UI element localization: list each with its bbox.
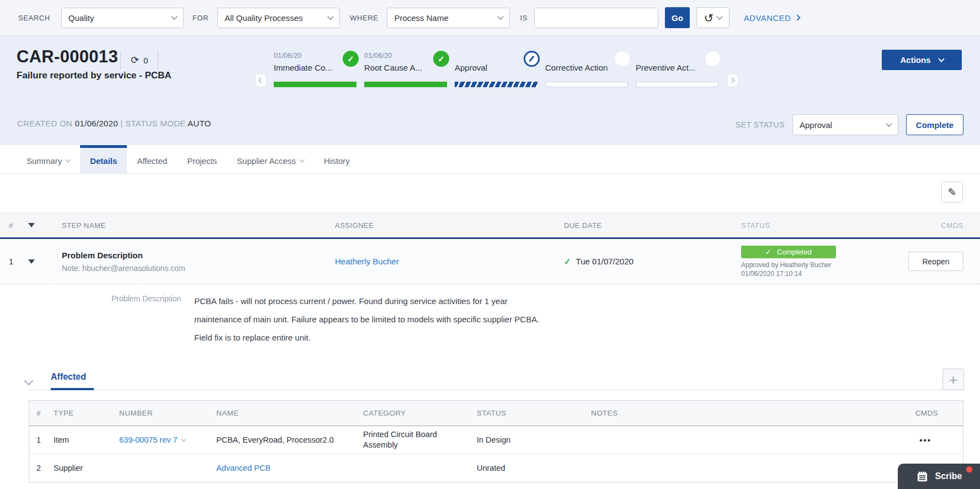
expand-caret-icon[interactable] (28, 259, 35, 264)
process-scope-value: All Quality Processes (225, 13, 303, 23)
tab-summary[interactable]: Summary (17, 145, 80, 173)
workflow-step[interactable]: Preventive Act... (636, 51, 718, 87)
complete-button[interactable]: Complete (906, 114, 963, 135)
record-header: CAR-000013 ⟳ 0 Failure reported by servi… (0, 36, 980, 145)
sort-caret-icon[interactable] (28, 223, 35, 227)
stepper-scroll-left-button[interactable] (255, 73, 267, 87)
search-type-value: Quality (68, 13, 94, 23)
chevron-down-icon[interactable] (181, 437, 185, 441)
global-search-bar: SEARCH Quality FOR All Quality Processes… (0, 0, 980, 36)
assignee-link[interactable]: Heatherly Bucher (335, 257, 564, 266)
step-pending-icon (614, 51, 630, 67)
chevron-down-icon (66, 157, 71, 162)
search-label: SEARCH (18, 14, 50, 22)
step-progress-bar (455, 82, 537, 87)
step-progress-bar (364, 82, 447, 87)
created-on-value: 01/06/2020 (75, 119, 118, 128)
go-button[interactable]: Go (665, 7, 690, 28)
row-status: In Design (477, 435, 591, 444)
step-name: Problem Description (62, 251, 335, 260)
step-info: Preventive Act... (636, 51, 718, 79)
col-status: STATUS (477, 409, 591, 417)
row-category: Printed Circuit Board Assembly (363, 429, 462, 450)
scribe-widget[interactable]: Scribe (898, 464, 980, 489)
chevron-down-icon (717, 13, 723, 19)
col-type: TYPE (54, 409, 119, 417)
scribe-label: Scribe (935, 471, 962, 481)
for-label: FOR (193, 14, 209, 22)
field-select[interactable]: Process Name (387, 8, 510, 28)
reopen-button[interactable]: Reopen (908, 252, 963, 271)
clock-hand (529, 55, 534, 62)
tab-details[interactable]: Details (80, 145, 127, 173)
row-number: 1 (36, 435, 54, 444)
item-number-link[interactable]: 639-00075 rev 7 (119, 435, 178, 444)
row-type: Item (54, 435, 119, 444)
search-type-select[interactable]: Quality (61, 8, 184, 28)
step-table-row: 1 Problem Description Note: hbucher@aren… (0, 239, 980, 284)
approved-by: Approved by Heatherly Bucher (741, 261, 905, 269)
tab-history[interactable]: History (314, 145, 360, 173)
pencil-icon: ✎ (948, 186, 957, 199)
tab-supplier-access[interactable]: Supplier Access (227, 145, 314, 173)
affected-row: 1 Item 639-00075 rev 7 PCBA, EveryRoad, … (29, 426, 963, 454)
affected-table: # TYPE NUMBER NAME CATEGORY STATUS NOTES… (29, 400, 963, 482)
detail-field-value: PCBA fails - will not process current / … (194, 292, 547, 347)
chevron-down-icon (327, 13, 333, 19)
step-progress-bar (274, 82, 356, 87)
set-status-select[interactable]: Approval (792, 114, 898, 135)
search-history-button[interactable]: ↺ (696, 7, 729, 28)
step-info: 01/06/20 Immediate Co... ✓ (274, 51, 356, 79)
tab-label: Summary (26, 156, 62, 166)
revisions-control[interactable]: ⟳ 0 (120, 51, 158, 70)
process-scope-select[interactable]: All Quality Processes (217, 8, 340, 28)
affected-row: 2 Supplier Advanced PCB Unrated ••• (29, 454, 963, 482)
notification-dot (966, 466, 972, 472)
tab-label: History (324, 156, 350, 166)
record-tabs: Summary Details Affected Projects Suppli… (0, 145, 980, 174)
workflow-step[interactable]: 01/06/20 Immediate Co... ✓ (274, 51, 356, 87)
affected-section-title[interactable]: Affected (51, 372, 94, 390)
col-number: NUMBER (119, 409, 216, 417)
field-value: Process Name (394, 13, 448, 23)
advanced-search-link[interactable]: ADVANCED (744, 13, 800, 23)
actions-label: Actions (900, 55, 930, 65)
details-toolbar: ✎ (0, 174, 980, 212)
affected-title-row: Affected (29, 372, 963, 390)
step-label: Approval (455, 63, 537, 72)
status-mode-label: STATUS MODE (125, 119, 185, 128)
advanced-label: ADVANCED (744, 13, 791, 23)
actions-button[interactable]: Actions (882, 50, 962, 70)
step-label: Immediate Co... (274, 63, 356, 72)
plus-icon: + (949, 373, 957, 387)
step-row-number: 1 (9, 257, 28, 266)
step-progress-bar (636, 82, 718, 87)
col-status: STATUS (741, 221, 905, 230)
workflow-step[interactable]: 01/06/20 Root Cause A... ✓ (364, 51, 447, 87)
step-info: Approval (455, 51, 537, 79)
supplier-name-link[interactable]: Advanced PCB (216, 464, 363, 472)
status-badge-label: Completed (777, 248, 812, 256)
tab-label: Supplier Access (237, 156, 296, 166)
chevron-left-icon (259, 78, 264, 83)
row-name: PCBA, EveryRoad, Processor2.0 (216, 435, 363, 444)
search-query-input[interactable] (534, 8, 658, 28)
tab-projects[interactable]: Projects (177, 145, 227, 173)
revisions-icon: ⟳ (131, 54, 139, 66)
row-number: 2 (36, 464, 54, 472)
stepper-scroll-right-button[interactable] (727, 73, 738, 87)
chevron-down-icon (300, 157, 305, 162)
add-affected-button[interactable]: + (942, 369, 964, 390)
affected-section-header: Affected + (0, 360, 980, 390)
tab-affected[interactable]: Affected (127, 145, 177, 173)
workflow-step[interactable]: Corrective Action (545, 51, 628, 87)
edit-button[interactable]: ✎ (941, 182, 963, 203)
approved-at: 01/06/2020 17:10:14 (741, 270, 905, 278)
scribe-logo-icon (916, 470, 929, 483)
record-meta-line: CREATED ON 01/06/2020 | STATUS MODE AUTO (17, 119, 211, 128)
chevron-right-icon (729, 78, 735, 83)
workflow-step[interactable]: Approval (455, 51, 537, 87)
chevron-down-icon (938, 56, 944, 62)
chevron-down-icon (886, 120, 892, 126)
more-options-icon[interactable]: ••• (919, 435, 938, 445)
